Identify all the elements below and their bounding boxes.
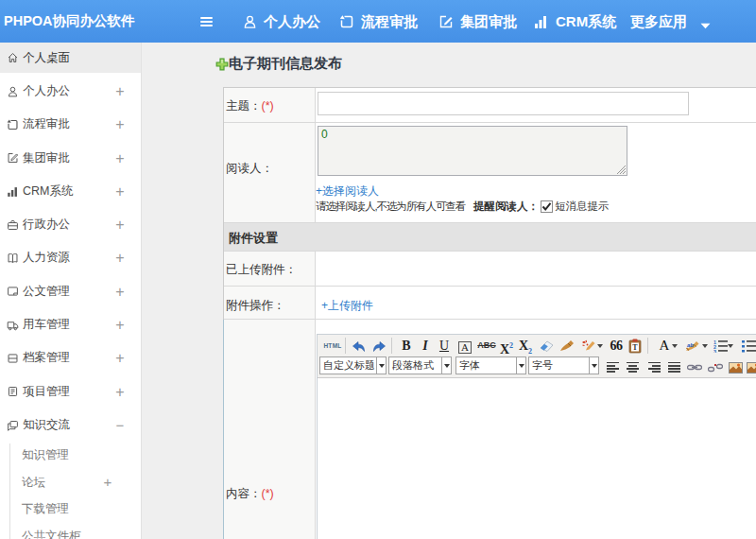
svg-text:ab: ab [687,342,694,348]
svg-text:3: 3 [713,349,716,353]
svg-text:T: T [632,343,638,352]
